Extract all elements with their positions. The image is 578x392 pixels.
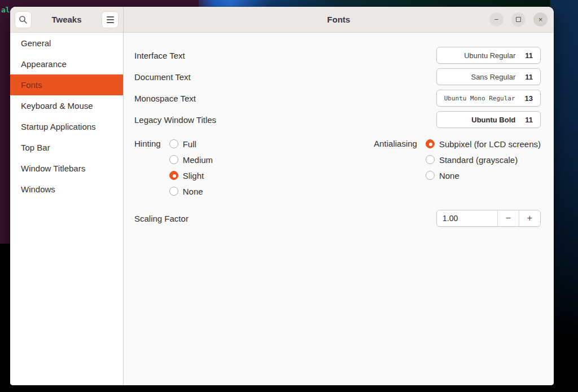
sidebar-item-fonts[interactable]: Fonts [10, 74, 123, 95]
sidebar-item-startup-applications[interactable]: Startup Applications [10, 116, 123, 137]
maximize-button[interactable] [511, 12, 526, 27]
search-button[interactable] [15, 11, 32, 28]
interface-text-row: Interface Text Ubuntu Regular 11 [134, 47, 541, 64]
decrement-button[interactable]: − [498, 210, 519, 226]
sidebar-item-top-bar[interactable]: Top Bar [10, 137, 123, 158]
document-text-label: Document Text [134, 72, 191, 82]
monospace-text-row: Monospace Text Ubuntu Mono Regular 13 [134, 90, 541, 107]
hinting-label: Hinting [134, 136, 161, 152]
antialiasing-option-none[interactable]: None [426, 168, 541, 183]
sidebar-item-keyboard-mouse[interactable]: Keyboard & Mouse [10, 95, 123, 116]
antialiasing-option-subpixel[interactable]: Subpixel (for LCD screens) [426, 136, 541, 152]
app-title: Tweaks [32, 15, 102, 24]
radio-icon [426, 155, 435, 164]
radio-selected-icon [426, 139, 435, 148]
legacy-titles-font-button[interactable]: Ubuntu Bold 11 [436, 111, 541, 128]
radio-icon [169, 139, 178, 148]
hinting-option-full[interactable]: Full [169, 136, 213, 152]
antialiasing-group: Antialiasing Subpixel (for LCD screens) … [374, 136, 541, 199]
minimize-button[interactable]: − [489, 12, 503, 27]
hinting-options: Full Medium Slight None [169, 136, 213, 199]
antialiasing-options: Subpixel (for LCD screens) Standard (gra… [426, 136, 541, 183]
antialiasing-option-standard[interactable]: Standard (grayscale) [426, 152, 541, 168]
sidebar-header: Tweaks [10, 7, 123, 33]
sidebar: Tweaks General Appearance Fonts Keyboard… [10, 7, 123, 385]
hinting-option-slight[interactable]: Slight [169, 168, 213, 183]
maximize-icon [516, 17, 521, 22]
radio-selected-icon [169, 171, 178, 180]
radio-icon [169, 187, 178, 196]
hinting-option-none[interactable]: None [169, 183, 213, 199]
radio-icon [426, 171, 435, 180]
scaling-factor-spinbox: 1.00 − + [436, 210, 541, 227]
rendering-options: Hinting Full Medium Slight [134, 136, 541, 199]
titlebar[interactable]: Fonts − × [124, 7, 554, 33]
document-text-row: Document Text Sans Regular 11 [134, 68, 541, 85]
window-controls: − × [489, 12, 548, 27]
sidebar-item-general[interactable]: General [10, 33, 123, 54]
close-icon: × [538, 16, 543, 23]
scaling-factor-value[interactable]: 1.00 [437, 210, 497, 226]
legacy-window-titles-label: Legacy Window Titles [134, 115, 216, 125]
radio-icon [169, 155, 178, 164]
fonts-settings-panel: Interface Text Ubuntu Regular 11 Documen… [124, 33, 554, 385]
terminal-text-snippet: al [1, 6, 10, 14]
scaling-factor-label: Scaling Factor [134, 214, 189, 223]
main-panel: Fonts − × Interface Text Ubuntu Regular … [124, 7, 554, 385]
monospace-text-label: Monospace Text [134, 94, 196, 103]
minimize-icon: − [494, 16, 499, 23]
hamburger-icon [107, 16, 114, 23]
hinting-option-medium[interactable]: Medium [169, 152, 213, 168]
interface-text-label: Interface Text [134, 51, 185, 60]
sidebar-item-windows[interactable]: Windows [10, 179, 123, 200]
monospace-font-button[interactable]: Ubuntu Mono Regular 13 [436, 90, 541, 107]
sidebar-item-window-titlebars[interactable]: Window Titlebars [10, 158, 123, 179]
wallpaper-right-strip [550, 0, 578, 392]
increment-button[interactable]: + [519, 210, 540, 226]
close-button[interactable]: × [533, 12, 548, 27]
antialiasing-label: Antialiasing [374, 136, 417, 152]
legacy-window-titles-row: Legacy Window Titles Ubuntu Bold 11 [134, 111, 541, 128]
document-font-button[interactable]: Sans Regular 11 [436, 68, 541, 85]
scaling-factor-row: Scaling Factor 1.00 − + [134, 210, 541, 227]
search-icon [19, 15, 28, 24]
sidebar-list: General Appearance Fonts Keyboard & Mous… [10, 33, 123, 385]
interface-font-button[interactable]: Ubuntu Regular 11 [436, 47, 541, 64]
sidebar-item-appearance[interactable]: Appearance [10, 54, 123, 74]
tweaks-window: Tweaks General Appearance Fonts Keyboard… [10, 7, 554, 385]
hinting-group: Hinting Full Medium Slight [134, 136, 213, 199]
menu-button[interactable] [102, 11, 119, 28]
